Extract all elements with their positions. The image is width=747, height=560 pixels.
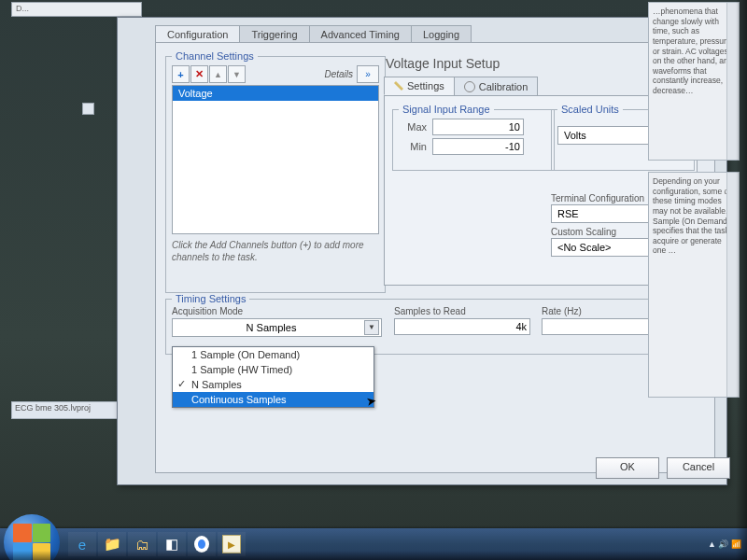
samples-to-read-input[interactable] (394, 318, 530, 335)
windows-taskbar: e 📁 🗂 ◧ ▶ ▲ 🔊 📶 (0, 528, 747, 560)
acquisition-mode-combo[interactable]: N Samples▼ (172, 318, 382, 337)
cancel-button[interactable]: Cancel (667, 457, 730, 479)
channel-up-button[interactable]: ▲ (209, 65, 227, 83)
channel-settings-group: Channel Settings + ✕ ▲ ▼ Details » Volta… (165, 50, 386, 293)
main-tabstrip: Configuration Triggering Advanced Timing… (155, 25, 471, 44)
option-continuous-samples[interactable]: Continuous Samples (173, 392, 374, 407)
tab-configuration[interactable]: Configuration (155, 25, 240, 44)
tab-triggering[interactable]: Triggering (239, 25, 309, 44)
tab-advanced-timing[interactable]: Advanced Timing (309, 25, 412, 44)
max-input[interactable] (432, 119, 524, 135)
taskbar-folder2-icon[interactable]: 🗂 (128, 532, 156, 556)
configuration-panel: Channel Settings + ✕ ▲ ▼ Details » Volta… (155, 42, 715, 473)
signal-range-legend: Signal Input Range (399, 104, 494, 115)
details-expand-button[interactable]: » (357, 65, 379, 83)
samples-to-read-label: Samples to Read (394, 306, 525, 316)
ok-button[interactable]: OK (596, 457, 659, 479)
channel-settings-legend: Channel Settings (172, 50, 258, 62)
help-sidebar: …phenomena that change slowly with time,… (648, 2, 740, 450)
channel-item-voltage[interactable]: Voltage (173, 86, 378, 101)
min-label: Min (399, 141, 427, 152)
timing-legend: Timing Settings (172, 293, 249, 304)
add-channels-hint: Click the Add Channels button (+) to add… (172, 240, 379, 263)
terminal-config-label: Terminal Configuration (551, 193, 644, 203)
option-n-samples[interactable]: N Samples (173, 377, 374, 392)
channel-down-button[interactable]: ▼ (228, 65, 246, 83)
taskbar-labview-icon[interactable]: ▶ (218, 532, 246, 556)
min-input[interactable] (432, 138, 524, 155)
mouse-cursor-icon: ➤ (365, 393, 377, 409)
chevron-down-icon: ▼ (364, 320, 379, 335)
custom-scaling-label: Custom Scaling (551, 227, 616, 237)
taskbar-chrome-icon[interactable] (188, 532, 216, 556)
details-label: Details (324, 69, 353, 79)
start-button[interactable] (4, 514, 60, 560)
wrench-icon (394, 81, 403, 91)
acquisition-mode-dropdown[interactable]: 1 Sample (On Demand) 1 Sample (HW Timed)… (172, 346, 374, 408)
taskbar-ie-icon[interactable]: e (68, 532, 96, 556)
signal-input-range-group: Signal Input Range Max Min (392, 104, 555, 171)
project-file-label: ECG bme 305.lvproj (11, 401, 121, 419)
acquisition-mode-label: Acquisition Mode (172, 306, 373, 316)
taskbar-explorer-icon[interactable]: 📁 (98, 532, 126, 556)
subtab-settings[interactable]: Settings (384, 77, 455, 95)
max-label: Max (399, 121, 427, 133)
background-window-title: D... (11, 2, 142, 17)
channel-list[interactable]: Voltage (172, 85, 379, 234)
remove-channel-button[interactable]: ✕ (190, 65, 208, 83)
taskbar-app-icon[interactable]: ◧ (158, 532, 186, 556)
scaled-units-legend: Scaled Units (557, 104, 623, 115)
background-icon (82, 103, 94, 115)
daq-task-dialog: Configuration Triggering Advanced Timing… (117, 17, 727, 485)
dialog-buttons: OK Cancel (596, 457, 730, 479)
option-1-sample-hw-timed[interactable]: 1 Sample (HW Timed) (173, 362, 374, 377)
add-channel-button[interactable]: + (172, 65, 190, 83)
help-box-timing: Depending on your configuration, some of… (648, 172, 740, 398)
help-box-voltage: …phenomena that change slowly with time,… (648, 2, 740, 161)
gauge-icon (464, 81, 475, 92)
option-1-sample-on-demand[interactable]: 1 Sample (On Demand) (173, 347, 374, 362)
monitor-bezel (736, 0, 747, 560)
subtab-calibration[interactable]: Calibration (454, 77, 539, 95)
tab-logging[interactable]: Logging (411, 25, 472, 44)
